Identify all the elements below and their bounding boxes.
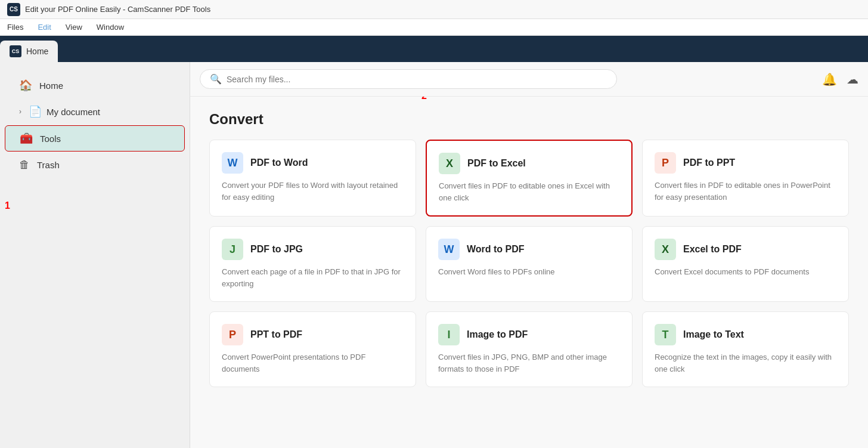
tool-card-title: Image to Text (683, 329, 744, 340)
tool-card-title: PDF to PPT (683, 157, 735, 168)
sidebar-home-label: Home (39, 81, 63, 91)
tool-card-header: X PDF to Excel (439, 153, 619, 174)
tool-card-pdf-to-jpg[interactable]: J PDF to JPG Convert each page of a file… (209, 226, 416, 302)
cloud-icon[interactable]: ☁ (847, 72, 858, 86)
tool-icon-image-to-text: T (655, 324, 676, 345)
menu-edit[interactable]: Edit (35, 21, 53, 33)
tool-card-desc: Convert Word files to PDFs online (438, 266, 620, 278)
sidebar-item-my-document[interactable]: › 📄 My document (5, 99, 185, 124)
tool-card-desc: Convert each page of a file in PDF to th… (222, 266, 404, 289)
menu-window[interactable]: Window (94, 21, 126, 33)
tool-card-desc: Convert files in PDF to editable ones in… (655, 180, 836, 203)
tool-card-desc: Convert your PDF files to Word with layo… (222, 180, 404, 203)
tool-card-ppt-to-pdf[interactable]: P PPT to PDF Convert PowerPoint presenta… (209, 311, 416, 387)
tool-card-title: Word to PDF (467, 244, 525, 255)
tool-card-desc: Recognize the text in the images, copy i… (655, 351, 836, 375)
convert-title: Convert (209, 111, 849, 128)
title-bar: CS Edit your PDF Online Easily - CamScan… (0, 0, 868, 19)
tool-card-title: PDF to Excel (467, 158, 526, 169)
tab-home-label: Home (26, 47, 48, 56)
tool-card-title: PDF to JPG (250, 244, 303, 255)
tool-card-pdf-to-word[interactable]: W PDF to Word Convert your PDF files to … (209, 140, 416, 217)
sidebar-item-tools[interactable]: 🧰 Tools (5, 125, 185, 152)
menu-bar: Files Edit View Window (0, 19, 868, 36)
tool-card-pdf-to-ppt[interactable]: P PDF to PPT Convert files in PDF to edi… (642, 140, 849, 217)
trash-icon: 🗑 (19, 159, 30, 171)
tool-card-pdf-to-excel[interactable]: X PDF to Excel Convert files in PDF to e… (426, 140, 633, 217)
search-magnifier-icon: 🔍 (210, 73, 222, 85)
search-input-wrap[interactable]: 🔍 (200, 69, 617, 89)
tool-card-desc: Convert files in PDF to editable ones in… (439, 180, 619, 203)
tool-icon-image-to-pdf: I (438, 324, 460, 345)
tool-icon-pdf-to-ppt: P (655, 152, 676, 174)
tool-card-desc: Convert files in JPG, PNG, BMP and other… (438, 351, 620, 375)
main-layout: 1 🏠 Home › 📄 My document 🧰 Tools 🗑 Trash… (0, 62, 868, 448)
tool-card-title: Excel to PDF (683, 244, 742, 255)
tool-icon-excel-to-pdf: X (655, 239, 676, 260)
my-doc-icon: 📄 (29, 105, 42, 118)
tool-card-image-to-pdf[interactable]: I Image to PDF Convert files in JPG, PNG… (426, 311, 633, 387)
tool-card-image-to-text[interactable]: T Image to Text Recognize the text in th… (642, 311, 849, 387)
menu-view[interactable]: View (63, 21, 85, 33)
tool-card-word-to-pdf[interactable]: W Word to PDF Convert Word files to PDFs… (426, 226, 633, 302)
search-icons: 🔔 ☁ (822, 72, 858, 86)
tool-icon-pdf-to-excel: X (439, 153, 460, 174)
tool-card-header: X Excel to PDF (655, 239, 836, 260)
tool-icon-ppt-to-pdf: P (222, 324, 243, 345)
search-input[interactable] (227, 75, 607, 84)
tool-card-excel-to-pdf[interactable]: X Excel to PDF Convert Excel documents t… (642, 226, 849, 302)
tool-card-header: I Image to PDF (438, 324, 620, 345)
tool-card-title: Image to PDF (467, 329, 528, 340)
window-title: Edit your PDF Online Easily - CamScanner… (25, 5, 210, 14)
tool-card-header: P PPT to PDF (222, 324, 404, 345)
tool-card-desc: Convert PowerPoint presentations to PDF … (222, 351, 404, 375)
app-logo: CS (7, 3, 20, 16)
tool-card-header: T Image to Text (655, 324, 836, 345)
home-icon: 🏠 (19, 79, 32, 92)
tools-icon: 🧰 (20, 132, 33, 145)
tool-card-desc: Convert Excel documents to PDF documents (655, 266, 836, 278)
tool-card-header: P PDF to PPT (655, 152, 836, 174)
tool-icon-pdf-to-word: W (222, 152, 243, 174)
content-area: 🔍 🔔 ☁ Convert 2 W PDF to Word Convert yo… (190, 62, 868, 448)
tool-card-header: J PDF to JPG (222, 239, 404, 260)
tab-logo: CS (10, 45, 21, 57)
chevron-right-icon: › (19, 107, 21, 116)
tool-card-header: W Word to PDF (438, 239, 620, 260)
sidebar-item-trash[interactable]: 🗑 Trash (5, 153, 185, 177)
tab-home[interactable]: CS Home (0, 41, 58, 62)
tool-grid: W PDF to Word Convert your PDF files to … (209, 140, 849, 387)
tool-card-title: PPT to PDF (250, 329, 302, 340)
annotation-1: 1 (5, 200, 10, 211)
tool-icon-word-to-pdf: W (438, 239, 460, 260)
sidebar: 🏠 Home › 📄 My document 🧰 Tools 🗑 Trash (0, 62, 190, 448)
sidebar-trash-label: Trash (37, 160, 60, 170)
search-bar: 🔍 🔔 ☁ (190, 62, 868, 97)
tool-card-title: PDF to Word (250, 157, 308, 168)
sidebar-item-home[interactable]: 🏠 Home (5, 73, 185, 98)
annotation-2: 2 (421, 97, 427, 101)
notification-icon[interactable]: 🔔 (822, 72, 837, 86)
tool-card-header: W PDF to Word (222, 152, 404, 174)
tool-icon-pdf-to-jpg: J (222, 239, 243, 260)
convert-section: Convert 2 W PDF to Word Convert your PDF… (190, 97, 868, 448)
menu-files[interactable]: Files (5, 21, 26, 33)
sidebar-tools-label: Tools (40, 134, 61, 144)
sidebar-my-document-label: My document (46, 107, 100, 117)
tab-bar: CS Home (0, 36, 868, 62)
